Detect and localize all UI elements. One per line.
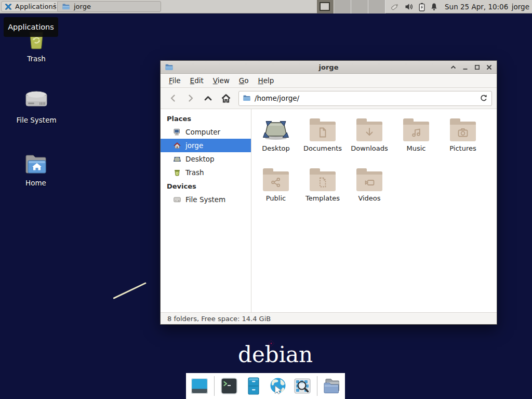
folder-label: Desktop [262,144,290,152]
forward-button[interactable] [183,90,198,106]
sidebar-item-jorge[interactable]: jorge [161,139,251,152]
terminal-icon[interactable] [219,376,239,396]
file-manager-icon[interactable] [244,376,263,396]
folder-item-public[interactable]: Public [252,166,299,216]
harddrive-icon [23,87,49,113]
window-title: jorge [161,63,497,71]
folder-item-desktop[interactable]: Desktop [252,116,299,166]
menu-go[interactable]: Go [234,76,254,85]
shade-button[interactable] [447,61,459,73]
folder-item-templates[interactable]: Templates [299,166,346,216]
home-folder-icon [23,150,49,176]
public-folder-icon [262,168,289,192]
debian-wordmark: debian [238,342,313,367]
debian-wallpaper-logo: debian [238,342,313,367]
home-icon [173,141,181,150]
menu-view[interactable]: View [208,76,234,85]
dock-separator [317,376,317,396]
folder-item-documents[interactable]: Documents [299,116,346,166]
folder-label: Documents [303,144,342,152]
menu-bar: File Edit View Go Help [161,74,497,88]
window-titlebar[interactable]: jorge [161,61,497,74]
workspace-4[interactable] [368,0,385,14]
status-text: 8 folders, Free space: 14.4 GiB [167,315,271,323]
wallpaper-artifact-line [113,282,146,299]
folder-item-pictures[interactable]: Pictures [440,116,486,166]
desktop-icon-home[interactable]: Home [12,150,59,187]
desktop-icon-label: File System [16,116,56,124]
menu-file[interactable]: File [164,76,185,85]
folder-label: Public [266,194,286,202]
sidebar-item-desktop[interactable]: Desktop [161,152,251,166]
sidebar-item-label: File System [185,195,225,204]
downloads-folder-icon [356,118,383,142]
workspace-1[interactable] [317,0,334,14]
sidebar-item-label: Trash [185,168,204,177]
folder-label: Videos [358,194,380,202]
sidebar-item-trash[interactable]: Trash [161,166,251,179]
path-text[interactable]: /home/jorge/ [255,94,476,102]
trash-icon [173,168,181,177]
battery-charging-icon[interactable] [418,3,425,11]
home-button[interactable] [218,90,233,106]
videos-folder-icon [356,168,383,192]
back-button[interactable] [165,90,180,106]
path-folder-icon [243,94,251,102]
status-bar: 8 folders, Free space: 14.4 GiB [161,312,497,324]
bottom-dock [186,373,345,399]
top-panel: Applications jorge Sun 25 Apr, 10:06 jor… [0,0,532,14]
sidebar-item-computer[interactable]: Computer [161,125,251,139]
folder-label: Pictures [449,144,476,152]
maximize-button[interactable] [471,61,483,73]
stylus-device-icon[interactable] [390,2,400,11]
folder-label: Templates [305,194,340,202]
pictures-folder-icon [449,118,476,142]
folder-item-music[interactable]: Music [393,116,440,166]
workspace-switcher [317,0,385,14]
desktop-pad-icon [262,118,289,142]
taskbar-window-label: jorge [74,3,91,10]
reload-icon[interactable] [480,94,488,102]
folder-item-downloads[interactable]: Downloads [346,116,393,166]
minimize-button[interactable] [459,61,471,73]
folder-view[interactable]: Desktop Documents Downloads [251,109,497,312]
sidebar-header-places: Places [161,112,251,125]
workspace-2[interactable] [334,0,351,14]
dock-separator [214,376,215,396]
taskbar-window-button[interactable]: jorge [57,1,161,12]
workspace-window-preview [320,2,330,11]
up-button[interactable] [201,90,216,106]
window-folder-icon [165,63,174,72]
system-tray [390,0,438,14]
desktop-icon-label: Trash [27,55,46,63]
folder-item-videos[interactable]: Videos [346,166,393,216]
sidebar-item-file-system[interactable]: File System [161,193,251,206]
web-browser-icon[interactable] [268,376,288,396]
show-desktop-icon[interactable] [190,376,209,396]
templates-folder-icon [309,168,336,192]
folder-icon [62,3,70,11]
volume-icon[interactable] [405,3,414,11]
close-button[interactable] [483,61,495,73]
sidebar-places: Places Computer jorge Desktop [161,109,251,312]
applications-tooltip: Applications [4,17,58,37]
sidebar-header-devices: Devices [161,179,251,193]
desktop-icon-file-system[interactable]: File System [13,87,60,124]
file-manager-window: jorge File Edit View Go Help [160,60,497,325]
application-finder-icon[interactable] [292,376,312,396]
music-folder-icon [403,118,430,142]
menu-edit[interactable]: Edit [185,76,208,85]
location-bar[interactable]: /home/jorge/ [238,91,492,106]
desktop-icon-label: Home [25,179,46,187]
sidebar-item-label: jorge [185,141,203,150]
panel-username[interactable]: jorge [512,0,529,14]
applications-menu-button[interactable]: Applications [1,1,61,12]
harddrive-icon [173,195,181,204]
workspace-3[interactable] [351,0,368,14]
panel-clock[interactable]: Sun 25 Apr, 10:06 [445,0,508,14]
menu-help[interactable]: Help [254,76,279,85]
panel-grip-handle[interactable] [54,3,56,10]
toolbar: /home/jorge/ [161,88,497,109]
directory-menu-icon[interactable] [322,376,341,396]
notifications-bell-icon[interactable] [430,3,438,11]
